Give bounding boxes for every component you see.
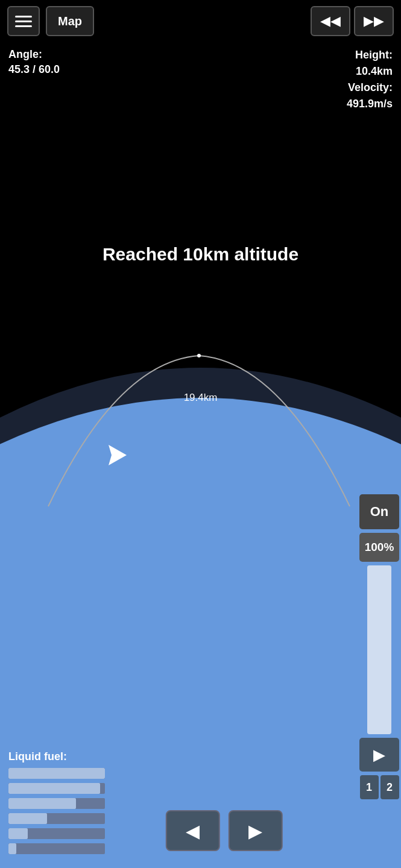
fuel-bar-4: [8, 813, 105, 824]
map-button[interactable]: Map: [46, 6, 94, 36]
fuel-fill-5: [8, 828, 28, 839]
fuel-fill-2: [8, 783, 100, 794]
throttle-slider-thumb: [367, 565, 391, 734]
fuel-bar-1: [8, 768, 105, 779]
stage-2-button[interactable]: 2: [380, 775, 399, 799]
fuel-bar-5: [8, 828, 105, 839]
rewind-button[interactable]: ◀◀: [311, 6, 350, 36]
play-right-icon: ▶: [373, 746, 385, 764]
trajectory-distance-label: 19.4km: [184, 392, 218, 404]
right-controls: On 100% ▶ 1 2: [358, 494, 401, 799]
fuel-fill-6: [8, 843, 16, 854]
playback-rewind-button[interactable]: ◀: [165, 810, 219, 851]
toolbar-right: ◀◀ ▶▶: [311, 6, 394, 36]
fuel-fill-3: [8, 798, 76, 809]
height-value: 10.4km: [347, 63, 393, 80]
forward-button[interactable]: ▶▶: [354, 6, 394, 36]
stage-1-button[interactable]: 1: [360, 775, 379, 799]
toolbar-left: Map: [7, 6, 94, 36]
hud-angle: Angle: 45.3 / 60.0: [8, 47, 60, 77]
fuel-bar-6: [8, 843, 105, 854]
playback-rewind-icon: ◀: [186, 820, 200, 841]
stage-buttons: 1 2: [360, 775, 399, 799]
angle-value: 45.3 / 60.0: [8, 62, 60, 77]
velocity-value: 491.9m/s: [347, 96, 393, 112]
spacecraft-icon: [103, 440, 133, 470]
hud-stats: Height: 10.4km Velocity: 491.9m/s: [347, 47, 393, 112]
on-button[interactable]: On: [359, 494, 399, 529]
svg-marker-1: [109, 445, 127, 465]
play-right-button[interactable]: ▶: [359, 738, 399, 772]
bottom-playback: ◀ ▶: [165, 810, 282, 851]
menu-button[interactable]: [7, 6, 40, 36]
toolbar: Map ◀◀ ▶▶: [0, 0, 401, 42]
fuel-bar-2: [8, 783, 105, 794]
percent-button[interactable]: 100%: [359, 533, 399, 562]
svg-point-0: [197, 354, 201, 357]
velocity-label: Velocity:: [347, 80, 393, 96]
fuel-bar-3: [8, 798, 105, 809]
fuel-fill-4: [8, 813, 47, 824]
trajectory-arc: [30, 350, 368, 518]
angle-label: Angle:: [8, 47, 60, 62]
playback-play-icon: ▶: [248, 820, 262, 841]
liquid-fuel-label: Liquid fuel:: [8, 750, 67, 763]
altitude-message: Reached 10km altitude: [103, 244, 298, 265]
playback-play-button[interactable]: ▶: [228, 810, 282, 851]
throttle-slider[interactable]: [367, 565, 391, 734]
hamburger-icon: [15, 16, 32, 27]
height-label: Height:: [347, 47, 393, 63]
fuel-fill-1: [8, 768, 105, 779]
